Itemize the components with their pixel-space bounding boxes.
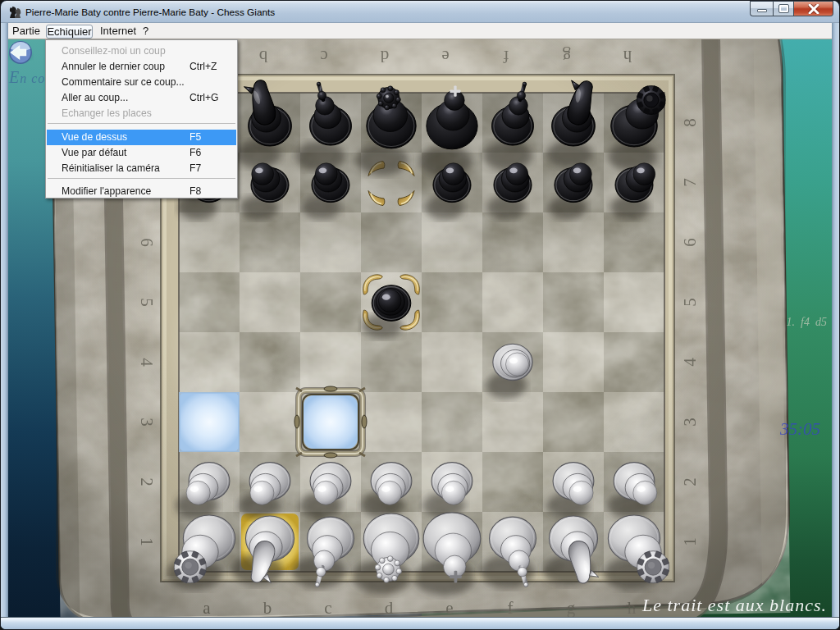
svg-text:1. f4 d5: 1. f4 d5: [787, 316, 827, 328]
svg-text:35:05: 35:05: [779, 419, 820, 439]
svg-text:Le trait est aux blancs.: Le trait est aux blancs.: [641, 595, 827, 615]
